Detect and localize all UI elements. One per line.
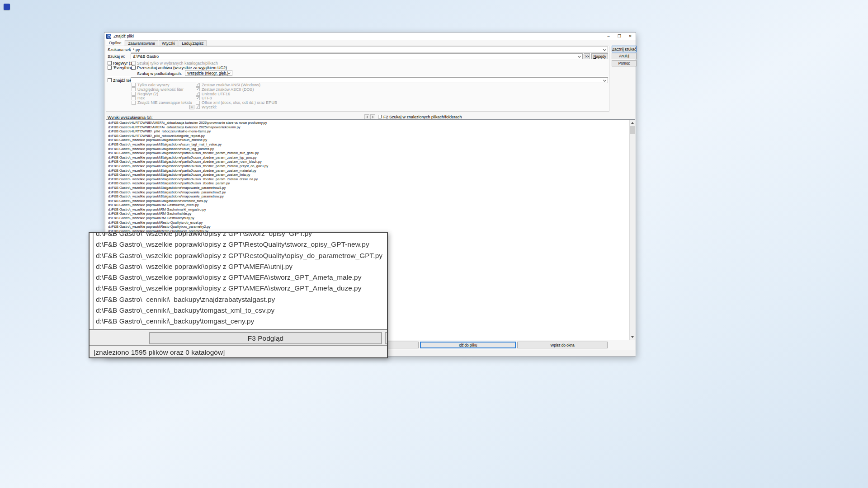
desktop-icon[interactable] [4,4,10,10]
result-row[interactable]: d:\F&B Gastro\_wszelkie poprawki\Stalgas… [108,160,628,164]
chevron-down-icon[interactable] [578,54,581,57]
subdirs-value: Wszędzie (nieogr. głęb.) [187,71,228,75]
result-row[interactable]: d:\F&B Gastro\_wszelkie poprawki\Stalgas… [108,169,628,173]
checkbox-icon[interactable]: ✓ [196,101,200,105]
title-bar[interactable]: Znajdź pliki – ❐ ✕ [104,33,636,40]
result-row[interactable]: d:\F&B Gastro\_wszelkie poprawki\RM Gast… [108,203,628,207]
regex1-checkbox[interactable]: ✓ [108,61,112,65]
close-button[interactable]: ✕ [625,33,636,40]
checkbox-icon[interactable]: ✓ [196,87,200,91]
result-row[interactable]: d:\F&B Gastro\_wszelkie poprawki\Stalgas… [108,155,628,160]
magnified-result-row: d:\F&B Gastro\_cenniki\_backupy\znajdzra… [96,294,387,305]
plugins-plus-button[interactable]: ± [189,105,194,109]
result-row[interactable]: d:\F&B Gastro\_wszelkie poprawki\Stalgas… [108,151,628,155]
prev-result-button[interactable] [364,114,369,119]
f2-search-in-found-checkbox[interactable]: ✓ [378,115,382,118]
result-row[interactable]: d:\F&B Gastro\HURTOWNIE\_pliki_robocze\k… [108,134,628,138]
tab[interactable]: Zaawansowane [125,40,158,46]
result-row[interactable]: d:\F&B Gastro\_wszelkie poprawki\RM Gast… [108,207,628,212]
charset-option[interactable]: ± ✓ Office xml (docx, xlsx, odt itd.) or… [196,100,277,105]
checkbox-icon[interactable]: ✓ [132,96,136,100]
chevron-down-icon[interactable] [603,47,606,51]
charset-option[interactable]: ± ✓ Zestaw znaków ASCII (DOS) [196,87,277,92]
start-search-button[interactable]: Zacznij szukać [612,46,637,52]
scrollbar-thumb[interactable] [630,126,635,134]
magnified-result-row: d:\F&B Gastro\_wszelkie poprawki\opisy z… [96,272,387,283]
result-row[interactable]: d:\F&B Gastro\_wszelkie poprawki\Stalgas… [108,173,628,177]
search-seq-value: *.py [133,47,140,52]
scroll-down-icon[interactable] [630,334,635,340]
result-row[interactable]: d:\F&B Gastro\_wszelkie poprawki\RM Gast… [108,216,628,221]
text-option[interactable]: ✓ Tylko całe wyrazy [132,83,192,87]
text-option[interactable]: ✓ Uwzględniaj wielkość liter [132,87,192,92]
text-option-label: Tylko całe wyrazy [137,83,170,87]
result-row[interactable]: d:\F&B Gastro\_wszelkie poprawki\Stalgas… [108,147,628,151]
search-in-label: Szukaj w: [108,54,125,59]
result-row[interactable]: d:\F&B Gastro\HURTOWNIE\AMEFA\_aktualiza… [108,125,628,130]
result-row[interactable]: d:\F&B Gastro\HURTOWNIE\_pliki_robocze\u… [108,129,628,134]
text-option[interactable]: ✓ Znajdź NIE zawierające tekstu [132,100,192,105]
checkbox-icon[interactable]: ✓ [132,87,136,91]
feed-to-listbox-button[interactable]: Wpisz do okna [517,342,608,348]
charset-option[interactable]: ± ✓ Wtyczki: [196,105,277,109]
text-options-right: ± ✓ Zestaw znaków ANSI (Windows) ± ✓ Zes… [196,83,277,109]
result-row[interactable]: d:\F&B Gastro\_wszelkie poprawki\Stalgas… [108,142,628,147]
everything-checkbox[interactable]: ✓ [108,66,112,70]
drives-button[interactable]: Napędy [591,53,608,59]
text-option[interactable]: ✓ Hex [132,96,192,100]
subdirs-select[interactable]: Wszędzie (nieogr. głęb.) [185,70,232,76]
result-row[interactable]: d:\F&B Gastro\_wszelkie poprawki\Stalgas… [108,181,628,186]
result-row[interactable]: d:\F&B Gastro\_wszelkie poprawki\Resto Q… [108,221,628,225]
result-row[interactable]: d:\F&B Gastro\_wszelkie poprawki\Stalgas… [108,194,628,199]
charset-option[interactable]: ± ✓ Unicode UTF16 [196,92,277,96]
charset-option[interactable]: ± ✓ UTF8 [196,96,277,100]
checkbox-icon[interactable]: ✓ [196,83,200,87]
help-button[interactable]: Pomoc [612,60,637,66]
chevron-down-icon[interactable] [603,78,606,81]
tab[interactable]: Wtyczki [159,40,178,46]
result-row[interactable]: d:\F&B Gastro\_wszelkie poprawki\Stalgas… [108,164,628,169]
find-text-checkbox[interactable]: ✓ [108,78,112,82]
app-icon [106,34,111,39]
goto-file-button[interactable]: Idź do pliku [420,342,516,348]
checkbox-icon[interactable]: ✓ [196,92,200,96]
charset-option[interactable]: ± ✓ Zestaw znaków ANSI (Windows) [196,83,277,87]
checkbox-icon[interactable]: ✓ [132,92,136,96]
everything-label: 'Everything' [113,66,134,70]
magnified-button-band: F3 Podgląd [90,331,387,346]
charset-option-label: Zestaw znaków ASCII (DOS) [202,87,254,92]
chevron-down-icon[interactable] [227,71,231,74]
result-row[interactable]: d:\F&B Gastro\HURTOWNIE\AMEFA\_aktualiza… [108,121,628,125]
result-row[interactable]: d:\F&B Gastro\_wszelkie poprawki\Resto Q… [108,225,628,229]
expand-dirs-button[interactable]: >> [584,53,590,59]
magnified-result-row: d:\F&B Gastro\_wszelkie poprawki\opisy z… [96,283,387,294]
tab-strip: OgólneZaawansowaneWtyczkiŁaduj/Zapisz [106,40,207,46]
result-row[interactable]: d:\F&B Gastro\_wszelkie poprawki\Stalgas… [108,177,628,182]
section-divider [107,76,609,77]
magnified-preview-button: F3 Podgląd [149,332,382,344]
vertical-scrollbar[interactable] [629,120,635,340]
minimize-button[interactable]: – [603,33,614,40]
cancel-button[interactable]: Anuluj [612,53,637,59]
checkbox-icon[interactable]: ✓ [196,105,200,109]
maximize-button[interactable]: ❐ [614,33,625,40]
checkbox-icon[interactable]: ✓ [132,101,136,105]
result-row[interactable]: d:\F&B Gastro\_wszelkie poprawki\Stalgas… [108,138,628,142]
next-result-button[interactable] [370,114,375,119]
checkbox-icon[interactable]: ✓ [132,83,136,87]
tab[interactable]: Ładuj/Zapisz [179,40,207,46]
result-row[interactable]: d:\F&B Gastro\_wszelkie poprawki\Stalgas… [108,186,628,190]
scroll-up-icon[interactable] [630,120,635,126]
result-row[interactable]: d:\F&B Gastro\_wszelkie poprawki\RM Gast… [108,211,628,216]
result-row[interactable]: d:\F&B Gastro\_wszelkie poprawki\Stalgas… [108,190,628,195]
tab[interactable]: Ogólne [106,40,124,46]
search-seq-input[interactable]: *.py [131,47,608,52]
charset-option-label: Zestaw znaków ANSI (Windows) [202,83,260,87]
archives-checkbox[interactable]: ✓ [132,66,136,70]
result-row[interactable]: d:\F&B Gastro\_wszelkie poprawki\Stalgas… [108,199,628,203]
search-in-input[interactable]: d:\F&B Gastro [131,53,583,59]
checkbox-icon[interactable]: ✓ [196,96,200,100]
window-title: Znajdź pliki [113,34,134,38]
text-option[interactable]: ✓ RegWyr (2) [132,92,192,96]
magnified-results-list: d:\F&B Gastro\_wszelkie poprawki\opisy z… [90,233,387,330]
